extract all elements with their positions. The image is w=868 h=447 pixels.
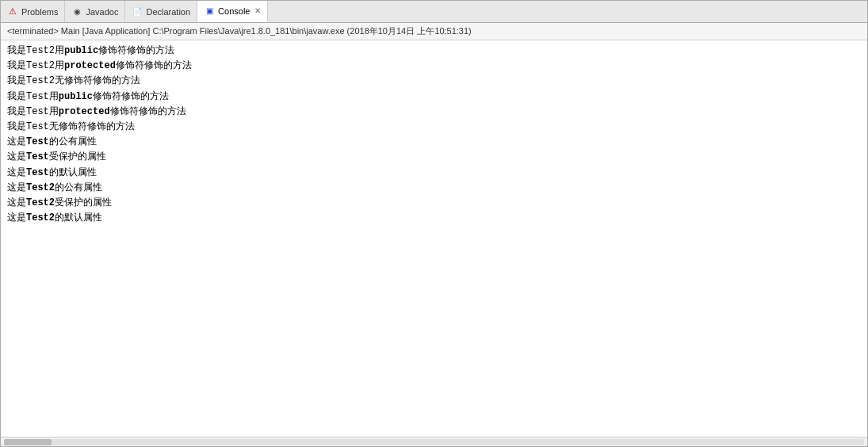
console-line: 这是Test2受保护的属性 xyxy=(7,196,861,211)
console-text-bold: Test xyxy=(26,151,49,162)
console-line: 这是Test2的公有属性 xyxy=(7,181,861,196)
console-text-before: 这是 xyxy=(7,212,26,224)
tab-problems[interactable]: ⚠ Problems xyxy=(1,1,65,22)
eclipse-window: ⚠ Problems ◉ Javadoc 📄 Declaration ▣ Con… xyxy=(0,0,868,447)
console-text-after: 受保护的属性 xyxy=(49,151,106,162)
console-text-bold: Test2 xyxy=(26,182,55,193)
console-line: 这是Test的默认属性 xyxy=(7,166,861,181)
console-text-before: 这是 xyxy=(7,182,26,193)
console-text-after: 修饰符修饰的方法 xyxy=(116,60,192,71)
console-header-text: <terminated> Main [Java Application] C:\… xyxy=(7,26,472,36)
console-text-before: 我是Test用 xyxy=(7,106,59,117)
console-text-after: 的默认属性 xyxy=(49,167,97,178)
tab-javadoc[interactable]: ◉ Javadoc xyxy=(65,1,125,22)
tab-bar: ⚠ Problems ◉ Javadoc 📄 Declaration ▣ Con… xyxy=(1,1,867,23)
console-text-before: 我是Test2用 xyxy=(7,60,64,71)
tab-close-button[interactable]: ✕ xyxy=(254,6,261,15)
console-line: 我是Test用public修饰符修饰的方法 xyxy=(7,90,861,105)
console-line: 这是Test受保护的属性 xyxy=(7,150,861,165)
problems-icon: ⚠ xyxy=(7,6,18,17)
declaration-icon: 📄 xyxy=(132,6,143,17)
console-icon: ▣ xyxy=(204,6,215,17)
console-text-bold: protected xyxy=(64,60,116,71)
console-text-bold: Test2 xyxy=(26,212,55,224)
console-text-after: 修饰符修饰的方法 xyxy=(98,45,174,56)
console-line: 我是Test2无修饰符修饰的方法 xyxy=(7,74,861,89)
console-text-before: 这是 xyxy=(7,197,26,208)
tab-declaration[interactable]: 📄 Declaration xyxy=(125,1,197,22)
console-text-bold: Test2 xyxy=(26,197,55,208)
console-line: 我是Test无修饰符修饰的方法 xyxy=(7,120,861,135)
console-text-before: 我是Test用 xyxy=(7,91,59,102)
console-text-after: 的公有属性 xyxy=(49,136,97,147)
console-text-bold: Test xyxy=(26,167,49,178)
tab-console-label: Console xyxy=(218,6,250,16)
tab-declaration-label: Declaration xyxy=(146,7,190,17)
horizontal-scrollbar[interactable] xyxy=(1,437,867,446)
javadoc-icon: ◉ xyxy=(71,6,82,17)
console-text-after: 的默认属性 xyxy=(55,212,102,224)
console-text-bold: public xyxy=(59,91,93,102)
console-text-before: 这是 xyxy=(7,167,26,178)
console-text-before: 我是Test2用 xyxy=(7,45,64,56)
console-text-after: 受保护的属性 xyxy=(55,197,112,208)
console-text-after: 的公有属性 xyxy=(55,182,102,193)
console-line: 我是Test2用public修饰符修饰的方法 xyxy=(7,44,861,59)
console-header: <terminated> Main [Java Application] C:\… xyxy=(1,23,867,40)
scrollbar-track[interactable] xyxy=(4,439,864,445)
console-line: 这是Test的公有属性 xyxy=(7,135,861,150)
console-text-bold: Test xyxy=(26,136,49,147)
console-text-bold: protected xyxy=(59,106,110,117)
console-body[interactable]: 我是Test2用public修饰符修饰的方法我是Test2用protected修… xyxy=(1,40,867,437)
console-text-after: 修饰符修饰的方法 xyxy=(93,91,169,102)
console-text-before: 这是 xyxy=(7,136,26,147)
scrollbar-thumb[interactable] xyxy=(4,439,52,445)
tab-javadoc-label: Javadoc xyxy=(86,7,118,17)
console-text-bold: public xyxy=(64,45,98,56)
console-text-after: 修饰符修饰的方法 xyxy=(110,106,186,117)
tab-problems-label: Problems xyxy=(21,7,58,17)
console-line: 我是Test用protected修饰符修饰的方法 xyxy=(7,105,861,120)
console-line: 这是Test2的默认属性 xyxy=(7,211,861,226)
console-line: 我是Test2用protected修饰符修饰的方法 xyxy=(7,59,861,74)
tab-console[interactable]: ▣ Console ✕ xyxy=(197,1,268,22)
console-text-before: 这是 xyxy=(7,151,26,162)
